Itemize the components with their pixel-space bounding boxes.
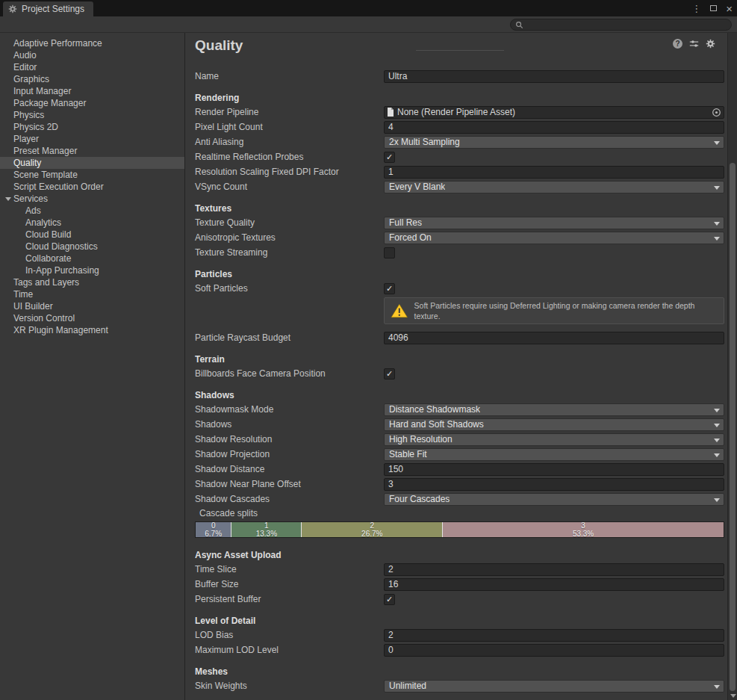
sidebar-item-ads[interactable]: Ads xyxy=(0,205,184,217)
soft-particles-checkbox[interactable]: ✓ xyxy=(384,283,395,294)
pixel-light-count-row: Pixel Light Count xyxy=(195,120,724,134)
settings-sidebar: Adaptive Performance Audio Editor Graphi… xyxy=(0,33,185,700)
skin-weights-dropdown[interactable]: Unlimited xyxy=(384,680,724,693)
foldout-open-icon[interactable] xyxy=(5,197,11,201)
sidebar-item-ui-builder[interactable]: UI Builder xyxy=(0,300,184,312)
shadow-projection-dropdown[interactable]: Stable Fit xyxy=(384,448,724,461)
section-meshes: Meshes xyxy=(195,665,724,678)
texture-streaming-checkbox[interactable]: ✓ xyxy=(384,247,395,258)
cascade-splits-bar[interactable]: 0 6.7% 1 13.3% 2 26.7% 3 53.3% xyxy=(195,521,724,538)
shadow-resolution-row: Shadow Resolution High Resolution xyxy=(195,432,724,447)
sidebar-item-input-manager[interactable]: Input Manager xyxy=(0,85,184,97)
sidebar-item-audio[interactable]: Audio xyxy=(0,49,184,61)
sidebar-item-version-control[interactable]: Version Control xyxy=(0,312,184,324)
sidebar-item-quality[interactable]: Quality xyxy=(0,157,184,169)
render-pipeline-object-field[interactable]: None (Render Pipeline Asset) xyxy=(384,106,724,119)
field-label: Texture Quality xyxy=(195,217,384,228)
sidebar-item-in-app-purchasing[interactable]: In-App Purchasing xyxy=(0,264,184,276)
sidebar-item-collaborate[interactable]: Collaborate xyxy=(0,253,184,264)
field-label: Soft Particles xyxy=(195,283,384,294)
shadowmask-mode-dropdown[interactable]: Distance Shadowmask xyxy=(384,403,724,416)
cascade-segment-2[interactable]: 2 26.7% xyxy=(301,522,442,537)
sidebar-item-adaptive-performance[interactable]: Adaptive Performance xyxy=(0,37,184,49)
billboards-checkbox[interactable]: ✓ xyxy=(384,368,395,380)
section-level-of-detail: Level of Detail xyxy=(195,614,724,628)
field-label: Shadowmask Mode xyxy=(195,404,384,415)
shadowmask-mode-row: Shadowmask Mode Distance Shadowmask xyxy=(195,402,724,417)
check-icon: ✓ xyxy=(386,285,393,293)
sidebar-item-script-execution-order[interactable]: Script Execution Order xyxy=(0,181,184,193)
soft-particles-warning-row: Soft Particles require using Deferred Li… xyxy=(195,297,724,324)
sidebar-item-cloud-build[interactable]: Cloud Build xyxy=(0,229,184,241)
sidebar-item-tags-and-layers[interactable]: Tags and Layers xyxy=(0,276,184,288)
pixel-light-count-input[interactable] xyxy=(384,121,724,134)
shadow-near-plane-input[interactable] xyxy=(384,478,724,491)
object-picker-icon[interactable] xyxy=(712,108,721,117)
gear-icon[interactable] xyxy=(706,39,715,49)
texture-quality-dropdown[interactable]: Full Res xyxy=(384,217,724,229)
preset-icon[interactable] xyxy=(689,39,699,49)
field-label: VSync Count xyxy=(195,182,384,192)
asset-icon xyxy=(387,108,394,117)
chevron-down-icon xyxy=(714,141,720,145)
sidebar-item-analytics[interactable]: Analytics xyxy=(0,217,184,229)
cascade-index: 1 xyxy=(264,522,269,530)
billboards-row: Billboards Face Camera Position ✓ xyxy=(195,366,724,381)
persistent-buffer-checkbox[interactable]: ✓ xyxy=(384,594,395,605)
time-slice-input[interactable] xyxy=(384,563,724,576)
dropdown-value: Full Res xyxy=(389,217,422,228)
shadows-dropdown[interactable]: Hard and Soft Shadows xyxy=(384,418,724,431)
anti-aliasing-dropdown[interactable]: 2x Multi Sampling xyxy=(384,136,724,149)
shadow-distance-input[interactable] xyxy=(384,463,724,476)
search-field[interactable] xyxy=(510,19,732,31)
max-lod-input[interactable] xyxy=(384,644,724,657)
field-label: Billboards Face Camera Position xyxy=(195,368,384,379)
time-slice-row: Time Slice xyxy=(195,562,724,577)
section-shadows: Shadows xyxy=(195,388,724,402)
close-icon[interactable]: × xyxy=(726,3,733,14)
buffer-size-input[interactable] xyxy=(384,578,724,591)
sidebar-item-editor[interactable]: Editor xyxy=(0,61,184,73)
dropdown-value: Hard and Soft Shadows xyxy=(389,419,484,430)
vertical-scrollbar[interactable] xyxy=(727,33,737,700)
lod-bias-input[interactable] xyxy=(384,629,724,642)
help-icon[interactable]: ? xyxy=(673,39,682,49)
persistent-buffer-row: Persistent Buffer ✓ xyxy=(195,592,724,607)
sidebar-item-graphics[interactable]: Graphics xyxy=(0,73,184,85)
shadow-resolution-dropdown[interactable]: High Resolution xyxy=(384,433,724,446)
cascade-segment-0[interactable]: 0 6.7% xyxy=(196,522,231,537)
warning-icon xyxy=(391,303,408,318)
resolution-scaling-input[interactable] xyxy=(384,166,724,179)
realtime-reflection-probes-checkbox[interactable]: ✓ xyxy=(384,152,395,163)
vsync-dropdown[interactable]: Every V Blank xyxy=(384,181,724,193)
window-menu-icon[interactable]: ⋮ xyxy=(691,4,701,13)
section-textures: Textures xyxy=(195,202,724,215)
shadow-cascades-dropdown[interactable]: Four Cascades xyxy=(384,493,724,506)
sidebar-item-services[interactable]: Services xyxy=(0,193,184,205)
search-input[interactable] xyxy=(526,20,727,29)
sidebar-item-package-manager[interactable]: Package Manager xyxy=(0,97,184,109)
sidebar-item-player[interactable]: Player xyxy=(0,133,184,145)
sidebar-item-physics-2d[interactable]: Physics 2D xyxy=(0,121,184,133)
maximize-icon[interactable] xyxy=(710,5,717,11)
realtime-reflection-probes-row: Realtime Reflection Probes ✓ xyxy=(195,149,724,164)
tab-project-settings[interactable]: Project Settings xyxy=(3,1,93,16)
particle-raycast-input[interactable] xyxy=(384,332,724,344)
scroll-down-icon[interactable] xyxy=(730,694,736,698)
dropdown-value: 2x Multi Sampling xyxy=(389,137,460,147)
sidebar-item-scene-template[interactable]: Scene Template xyxy=(0,169,184,181)
name-input[interactable] xyxy=(384,70,724,83)
sidebar-item-xr-plugin-management[interactable]: XR Plugin Management xyxy=(0,324,184,336)
cascade-segment-1[interactable]: 1 13.3% xyxy=(231,522,301,537)
sidebar-item-preset-manager[interactable]: Preset Manager xyxy=(0,145,184,157)
warning-helpbox: Soft Particles require using Deferred Li… xyxy=(384,297,724,324)
anisotropic-dropdown[interactable]: Forced On xyxy=(384,232,724,244)
check-icon: ✓ xyxy=(386,595,393,604)
cascade-segment-3[interactable]: 3 53.3% xyxy=(442,522,724,537)
sidebar-item-physics[interactable]: Physics xyxy=(0,109,184,121)
sidebar-item-time[interactable]: Time xyxy=(0,288,184,300)
field-label: Texture Streaming xyxy=(195,247,384,258)
scrollbar-thumb[interactable] xyxy=(730,163,736,691)
field-label: Anti Aliasing xyxy=(195,137,384,147)
sidebar-item-cloud-diagnostics[interactable]: Cloud Diagnostics xyxy=(0,241,184,253)
